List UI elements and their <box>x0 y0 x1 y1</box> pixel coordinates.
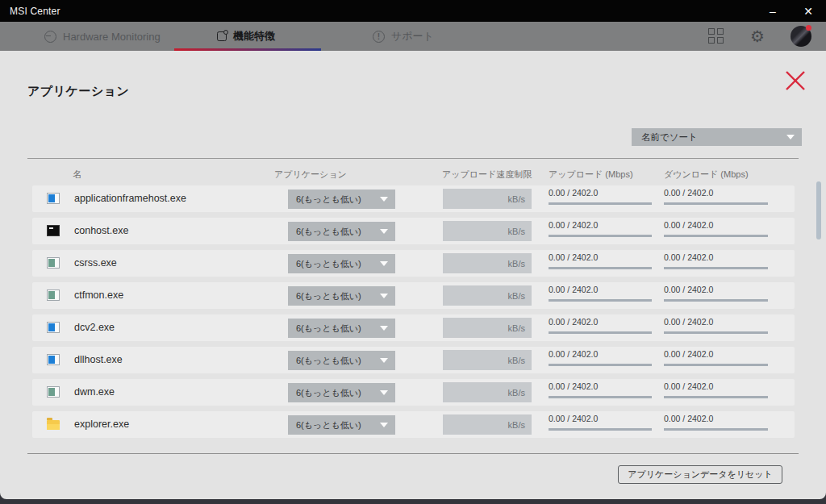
priority-dropdown-value: 6(もっとも低い) <box>296 387 361 399</box>
app-name: conhost.exe <box>74 225 128 236</box>
upload-meter: 0.00 / 2402.0 <box>549 317 652 334</box>
support-icon: ! <box>373 31 385 43</box>
download-value: 0.00 / 2402.0 <box>664 285 768 294</box>
upload-value: 0.00 / 2402.0 <box>549 188 652 198</box>
upload-limit-input[interactable]: kB/s <box>443 382 532 402</box>
sort-dropdown[interactable]: 名前でソート <box>632 128 802 146</box>
app-name: dllhost.exe <box>74 354 123 365</box>
upload-progress-bar <box>549 235 652 237</box>
priority-dropdown-value: 6(もっとも低い) <box>296 194 361 206</box>
user-avatar[interactable] <box>791 26 811 47</box>
upload-progress-bar <box>549 299 652 302</box>
download-progress-bar <box>664 364 768 366</box>
app-name: ctfmon.exe <box>74 289 123 301</box>
table-row: conhost.exe 6(もっとも低い) kB/s 0.00 / 2402.0… <box>32 218 795 244</box>
window-controls: – ✕ <box>755 0 826 22</box>
app-table-body: applicationframehost.exe 6(もっとも低い) kB/s … <box>32 185 795 444</box>
apps-grid-icon[interactable] <box>708 28 724 44</box>
download-value: 0.00 / 2402.0 <box>664 252 768 262</box>
download-meter: 0.00 / 2402.0 <box>664 349 768 366</box>
chevron-down-icon <box>380 326 388 331</box>
window-teal-icon <box>47 386 60 398</box>
upload-progress-bar <box>549 364 652 366</box>
upload-meter: 0.00 / 2402.0 <box>549 414 652 431</box>
gear-icon[interactable]: ⚙ <box>750 28 765 44</box>
footer-divider <box>27 453 799 454</box>
download-meter: 0.00 / 2402.0 <box>664 285 768 302</box>
app-name: csrss.exe <box>74 257 117 269</box>
download-value: 0.00 / 2402.0 <box>664 188 768 198</box>
table-row: dwm.exe 6(もっとも低い) kB/s 0.00 / 2402.0 0.0… <box>32 379 795 406</box>
upload-limit-unit: kB/s <box>508 227 525 236</box>
page-title: アプリケーション <box>27 84 129 99</box>
col-priority: アプリケーション <box>274 169 347 181</box>
download-meter: 0.00 / 2402.0 <box>664 381 768 398</box>
upload-limit-input[interactable]: kB/s <box>443 318 532 338</box>
table-row: ctfmon.exe 6(もっとも低い) kB/s 0.00 / 2402.0 … <box>32 282 795 309</box>
upload-limit-unit: kB/s <box>508 259 525 269</box>
scrollbar-thumb[interactable] <box>816 181 821 240</box>
app-name: explorer.exe <box>74 419 129 430</box>
title-bar: MSI Center – ✕ <box>0 0 826 22</box>
tab-support[interactable]: ! サポート <box>373 22 434 51</box>
close-button[interactable]: ✕ <box>791 0 826 22</box>
upload-limit-unit: kB/s <box>508 388 525 398</box>
applications-panel: アプリケーション 名前でソート 名 アプリケーション アップロード速度制限 アッ… <box>0 51 826 499</box>
priority-dropdown[interactable]: 6(もっとも低い) <box>288 222 395 241</box>
minimize-button[interactable]: – <box>755 0 791 22</box>
table-row: csrss.exe 6(もっとも低い) kB/s 0.00 / 2402.0 0… <box>32 250 795 277</box>
feature-icon <box>217 31 227 41</box>
upload-limit-input[interactable]: kB/s <box>443 285 532 306</box>
download-value: 0.00 / 2402.0 <box>664 317 768 327</box>
upload-meter: 0.00 / 2402.0 <box>549 285 652 302</box>
upload-meter: 0.00 / 2402.0 <box>549 381 652 398</box>
app-name: applicationframehost.exe <box>74 193 186 204</box>
window-blue-icon <box>47 193 60 204</box>
priority-dropdown[interactable]: 6(もっとも低い) <box>288 351 395 370</box>
upload-limit-input[interactable]: kB/s <box>443 189 532 209</box>
window-teal-icon <box>47 289 60 301</box>
download-progress-bar <box>664 235 768 237</box>
upload-limit-input[interactable]: kB/s <box>443 253 532 273</box>
tab-label: 機能特徴 <box>233 29 275 44</box>
table-top-divider <box>27 158 799 159</box>
priority-dropdown-value: 6(もっとも低い) <box>296 226 361 238</box>
priority-dropdown[interactable]: 6(もっとも低い) <box>288 254 395 273</box>
reset-app-data-button[interactable]: アプリケーションデータをリセット <box>618 465 782 484</box>
download-progress-bar <box>664 396 768 398</box>
table-row: explorer.exe 6(もっとも低い) kB/s 0.00 / 2402.… <box>32 411 795 438</box>
download-value: 0.00 / 2402.0 <box>664 220 768 230</box>
priority-dropdown[interactable]: 6(もっとも低い) <box>288 415 395 435</box>
tab-hardware-monitoring[interactable]: Hardware Monitoring <box>44 22 161 51</box>
col-upload-limit: アップロード速度制限 <box>442 169 532 181</box>
table-row: dcv2.exe 6(もっとも低い) kB/s 0.00 / 2402.0 0.… <box>32 314 795 341</box>
upload-value: 0.00 / 2402.0 <box>549 220 652 230</box>
priority-dropdown[interactable]: 6(もっとも低い) <box>288 190 395 209</box>
upload-limit-unit: kB/s <box>508 323 525 333</box>
upload-limit-input[interactable]: kB/s <box>443 414 532 435</box>
priority-dropdown[interactable]: 6(もっとも低い) <box>288 383 395 402</box>
priority-dropdown[interactable]: 6(もっとも低い) <box>288 319 395 338</box>
nav-right-icons: ⚙ <box>708 22 811 51</box>
panel-close-icon[interactable] <box>783 69 807 93</box>
priority-dropdown-value: 6(もっとも低い) <box>296 419 361 431</box>
app-name: dwm.exe <box>74 386 115 398</box>
upload-limit-unit: kB/s <box>508 194 525 204</box>
download-value: 0.00 / 2402.0 <box>664 414 768 423</box>
upload-limit-input[interactable]: kB/s <box>443 350 532 370</box>
download-progress-bar <box>664 202 768 205</box>
upload-meter: 0.00 / 2402.0 <box>549 220 652 237</box>
upload-limit-input[interactable]: kB/s <box>443 221 532 241</box>
window-title: MSI Center <box>10 6 60 17</box>
close-icon: ✕ <box>803 5 813 18</box>
priority-dropdown[interactable]: 6(もっとも低い) <box>288 286 395 306</box>
tab-features[interactable]: 機能特徴 <box>217 22 275 51</box>
console-icon <box>47 225 60 236</box>
chevron-down-icon <box>380 423 388 427</box>
window-teal-icon <box>47 257 60 269</box>
upload-limit-unit: kB/s <box>508 356 525 365</box>
upload-meter: 0.00 / 2402.0 <box>549 252 652 269</box>
app-name: dcv2.exe <box>74 322 115 333</box>
upload-progress-bar <box>549 267 652 269</box>
download-meter: 0.00 / 2402.0 <box>664 252 768 269</box>
